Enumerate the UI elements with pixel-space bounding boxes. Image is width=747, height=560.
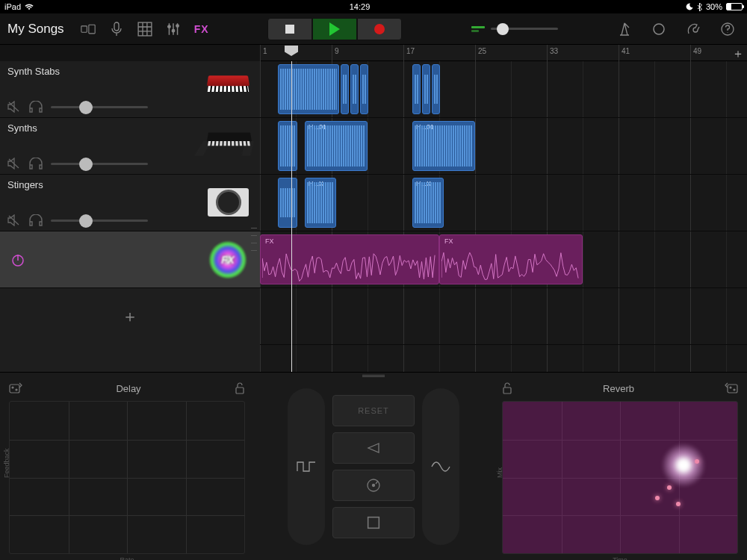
- playhead-line: [291, 61, 292, 372]
- instrument-icon: [208, 131, 252, 161]
- metronome-button[interactable]: [613, 19, 636, 40]
- audio-region[interactable]: [432, 64, 440, 114]
- audio-region[interactable]: [278, 64, 339, 114]
- add-track-button[interactable]: ＋: [0, 288, 260, 345]
- lane[interactable]: FXFX: [260, 231, 747, 288]
- timeline-ruler[interactable]: 191725334149 ＋: [260, 45, 747, 61]
- microphone-button[interactable]: [105, 19, 128, 40]
- master-volume-slider[interactable]: [491, 28, 558, 30]
- master-volume: [471, 26, 558, 32]
- delay-x-label: Rate: [120, 556, 134, 560]
- headphones-icon[interactable]: [28, 214, 43, 226]
- audio-region[interactable]: [360, 64, 368, 114]
- fx-panel: Delay Feedback Rate RESET: [0, 372, 747, 560]
- svg-rect-2: [114, 22, 119, 31]
- lock-icon[interactable]: [502, 382, 512, 394]
- reverb-title: Reverb: [512, 383, 725, 394]
- timeline-lanes[interactable]: H...01H...01H...XH...XFXFX: [260, 61, 747, 372]
- help-button[interactable]: [716, 19, 740, 40]
- settings-button[interactable]: [681, 19, 705, 40]
- headphones-icon[interactable]: [28, 101, 43, 113]
- reverb-xy-area[interactable]: Mix Time: [502, 401, 738, 554]
- mute-icon[interactable]: [7, 158, 21, 169]
- track-volume-slider[interactable]: [51, 163, 148, 165]
- svg-rect-1: [88, 25, 94, 34]
- svg-point-11: [12, 387, 13, 388]
- delay-y-label: Feedback: [3, 448, 10, 478]
- toolbar: My Songs FX: [0, 13, 747, 45]
- track-volume-slider[interactable]: [51, 106, 148, 108]
- randomize-icon[interactable]: [9, 382, 22, 394]
- view-browser-button[interactable]: [76, 19, 100, 40]
- track-header-1[interactable]: Synths: [0, 118, 260, 175]
- audio-region[interactable]: [350, 64, 359, 114]
- grid-view-button[interactable]: [133, 19, 157, 40]
- svg-point-19: [730, 387, 731, 388]
- region-label: FX: [265, 237, 274, 245]
- volume-meter-icon: [471, 26, 485, 32]
- battery-pct: 30%: [706, 2, 722, 11]
- svg-rect-16: [368, 517, 379, 528]
- filter-strip-left[interactable]: [288, 388, 325, 545]
- play-button[interactable]: [312, 18, 357, 40]
- audio-region[interactable]: [412, 64, 421, 114]
- reverb-cursor[interactable]: [661, 443, 706, 488]
- panel-drag-handle[interactable]: [362, 375, 385, 377]
- instrument-icon: [208, 75, 252, 105]
- device-label: iPad: [4, 2, 21, 11]
- fx-region[interactable]: FX: [260, 234, 439, 284]
- svg-point-5: [172, 29, 174, 31]
- stop-button[interactable]: [267, 18, 312, 40]
- mixer-button[interactable]: [161, 19, 185, 40]
- lane[interactable]: H...XH...X: [260, 175, 747, 231]
- audio-region[interactable]: H...01: [412, 121, 475, 171]
- lock-icon[interactable]: [235, 382, 245, 394]
- mute-icon[interactable]: [7, 214, 21, 226]
- power-icon[interactable]: [10, 252, 25, 267]
- ruler-number: 1: [263, 47, 267, 55]
- ruler-number: 49: [693, 47, 701, 55]
- reset-button[interactable]: RESET: [332, 395, 415, 426]
- fx-button[interactable]: FX: [190, 19, 214, 40]
- reverb-y-label: Mix: [496, 467, 503, 478]
- reverse-button[interactable]: [332, 432, 415, 464]
- svg-point-15: [373, 484, 375, 486]
- add-section-button[interactable]: ＋: [732, 46, 744, 62]
- audio-region[interactable]: [278, 178, 297, 228]
- ruler-number: 25: [478, 47, 486, 55]
- audio-region[interactable]: H...01: [305, 121, 368, 171]
- audio-region[interactable]: [278, 121, 297, 171]
- transport: [267, 18, 402, 40]
- square-wave-icon: [296, 459, 317, 474]
- audio-region[interactable]: H...X: [412, 178, 444, 228]
- stop-fx-button[interactable]: [332, 507, 415, 538]
- fx-region[interactable]: FX: [439, 234, 583, 284]
- delay-xy-area[interactable]: Feedback Rate: [9, 401, 245, 554]
- region-label: FX: [444, 237, 453, 245]
- scratch-button[interactable]: [332, 470, 415, 501]
- instrument-icon: [208, 188, 252, 218]
- bluetooth-icon: [697, 3, 702, 11]
- audio-region[interactable]: [422, 64, 430, 114]
- track-header-0[interactable]: Synth Stabs: [0, 61, 260, 118]
- record-button[interactable]: [357, 18, 402, 40]
- resize-handle[interactable]: [251, 224, 257, 254]
- fx-track-header[interactable]: FX: [0, 231, 260, 288]
- headphones-icon[interactable]: [28, 158, 43, 169]
- lane[interactable]: [260, 61, 747, 118]
- track-volume-slider[interactable]: [51, 220, 148, 222]
- lane[interactable]: H...01H...01: [260, 118, 747, 175]
- mute-icon[interactable]: [7, 101, 21, 113]
- playhead-marker[interactable]: [285, 46, 298, 56]
- back-button[interactable]: My Songs: [7, 22, 64, 37]
- moon-icon: [686, 3, 693, 10]
- svg-rect-10: [10, 385, 19, 393]
- randomize-icon[interactable]: [725, 382, 738, 394]
- audio-region[interactable]: H...X: [305, 178, 336, 228]
- audio-region[interactable]: [341, 64, 349, 114]
- filter-strip-right[interactable]: [422, 388, 459, 545]
- track-header-2[interactable]: Stingers: [0, 175, 260, 231]
- loop-button[interactable]: [647, 19, 671, 40]
- sine-wave-icon: [430, 459, 451, 474]
- svg-rect-13: [236, 388, 244, 393]
